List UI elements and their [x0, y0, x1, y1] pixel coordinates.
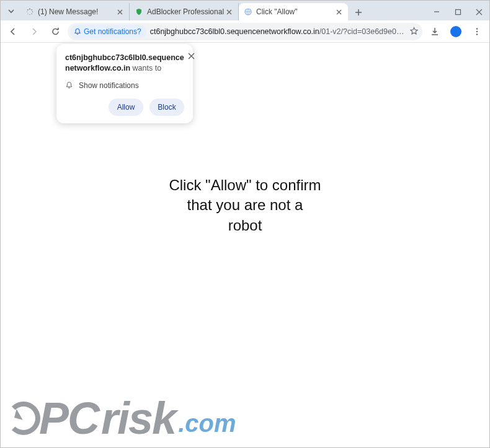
close-icon [188, 53, 195, 59]
close-icon [476, 9, 483, 15]
svg-point-2 [32, 11, 33, 12]
url-text: ct6njbghubcc73c6lbl0.sequencenetworkflow… [150, 27, 406, 36]
tab-title: AdBlocker Professional [147, 7, 225, 16]
svg-point-12 [476, 33, 478, 35]
url-host: ct6njbghubcc73c6lbl0.sequencenetworkflow… [150, 27, 319, 36]
shield-icon [135, 7, 143, 16]
svg-point-11 [476, 30, 478, 32]
download-icon [430, 27, 440, 37]
get-notifications-chip[interactable]: Get notifications? [70, 25, 146, 38]
svg-rect-9 [455, 9, 460, 14]
block-button[interactable]: Block [149, 99, 184, 116]
forward-button[interactable] [25, 23, 43, 40]
arrow-left-icon [8, 27, 18, 37]
notification-permission-popup: ct6njbghubcc73c6lbl0.sequence networkflo… [56, 44, 193, 123]
bell-icon [65, 81, 74, 90]
spinner-icon [25, 7, 34, 16]
star-icon [409, 27, 419, 36]
svg-point-10 [476, 28, 478, 29]
popup-close-button[interactable] [188, 53, 195, 63]
watermark-risk: risk [101, 393, 176, 444]
bookmark-star-button[interactable] [409, 27, 419, 36]
allow-button-label: Allow [117, 103, 135, 112]
reload-icon [51, 27, 60, 36]
minimize-icon [433, 8, 440, 15]
block-button-label: Block [158, 103, 176, 112]
page-content: ct6njbghubcc73c6lbl0.sequence networkflo… [1, 43, 489, 447]
permission-origin: ct6njbghubcc73c6lbl0.sequence networkflo… [65, 53, 184, 74]
permission-capability-row: Show notifications [65, 81, 184, 90]
arrow-right-icon [29, 27, 39, 37]
svg-point-0 [29, 9, 30, 10]
new-tab-button[interactable] [350, 4, 367, 20]
svg-point-1 [31, 9, 32, 11]
downloads-button[interactable] [426, 23, 443, 40]
titlebar: (1) New Message! AdBlocker Professional [1, 1, 489, 20]
chevron-down-icon [7, 7, 15, 15]
permission-capability-label: Show notifications [79, 81, 139, 90]
tab-title: (1) New Message! [38, 7, 115, 16]
maximize-icon [455, 9, 461, 15]
browser-window: (1) New Message! AdBlocker Professional [0, 0, 490, 448]
tab-new-message[interactable]: (1) New Message! [20, 3, 130, 20]
svg-point-5 [27, 14, 28, 14]
back-button[interactable] [4, 23, 22, 40]
url-rest: /01-v2/?cid=03e6d9e0efa9aafb1a02&list=7&… [319, 27, 406, 36]
tab-title: Click "Allow" [256, 7, 334, 16]
maximize-button[interactable] [447, 3, 468, 20]
minimize-button[interactable] [426, 3, 447, 20]
window-controls [426, 3, 489, 20]
address-bar[interactable]: Get notifications? ct6njbghubcc73c6lbl0.… [68, 23, 422, 40]
close-icon[interactable] [225, 7, 233, 16]
menu-button[interactable] [468, 23, 486, 40]
globe-icon [244, 7, 252, 16]
allow-button[interactable]: Allow [109, 99, 143, 116]
reload-button[interactable] [47, 23, 64, 40]
watermark-arrow-icon [7, 402, 40, 435]
watermark-domain: .com [178, 410, 236, 437]
tab-search-dropdown[interactable] [2, 2, 20, 20]
tab-adblocker[interactable]: AdBlocker Professional [130, 3, 239, 20]
avatar-icon [450, 26, 461, 37]
main-message: Click "Allow" to confirm that you are no… [169, 175, 321, 235]
svg-point-4 [29, 14, 30, 15]
svg-point-7 [27, 9, 29, 11]
close-window-button[interactable] [468, 3, 489, 20]
watermark-pc: PC [39, 393, 99, 444]
svg-point-6 [27, 12, 27, 12]
bell-icon [74, 28, 81, 35]
close-icon[interactable] [334, 7, 343, 16]
tab-strip: (1) New Message! AdBlocker Professional [20, 1, 426, 20]
kebab-icon [473, 27, 481, 36]
toolbar: Get notifications? ct6njbghubcc73c6lbl0.… [1, 20, 489, 43]
chip-label: Get notifications? [84, 27, 141, 36]
pcrisk-watermark: PCrisk.com [7, 393, 236, 444]
profile-button[interactable] [447, 23, 465, 40]
close-icon[interactable] [115, 7, 124, 16]
tab-click-allow[interactable]: Click "Allow" [239, 3, 348, 20]
svg-point-3 [32, 14, 32, 14]
plus-icon [355, 9, 362, 16]
